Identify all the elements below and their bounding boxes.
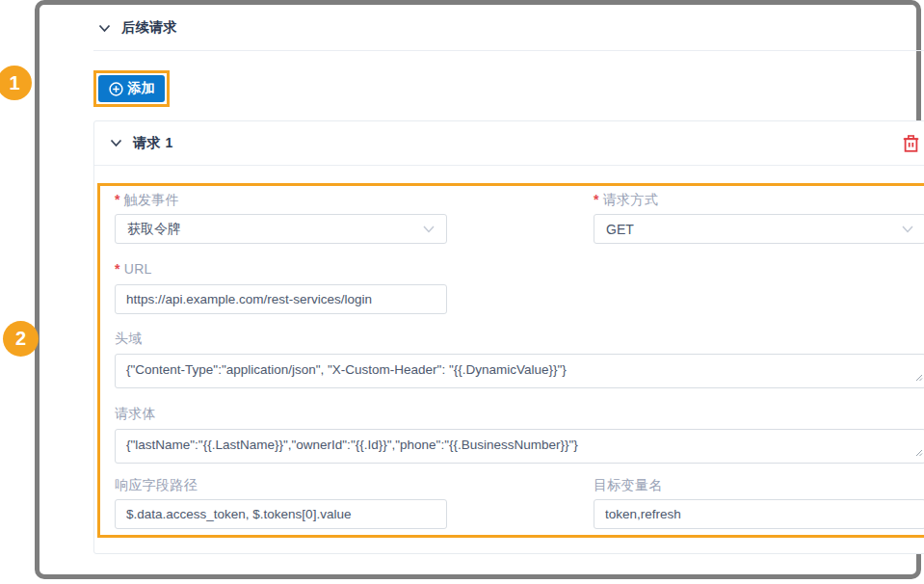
request-body-textarea[interactable]: {"lastName":"{{.LastName}}","ownerId":"{… bbox=[115, 429, 924, 464]
request-card-title: 请求 1 bbox=[133, 135, 173, 152]
request-card-header[interactable]: 请求 1 bbox=[94, 121, 924, 166]
required-marker: * bbox=[594, 192, 599, 209]
request-method-label: * 请求方式 bbox=[594, 192, 658, 209]
add-request-button[interactable]: 添加 bbox=[98, 75, 165, 102]
section-divider bbox=[93, 50, 924, 51]
target-variable-input[interactable] bbox=[594, 499, 924, 529]
chevron-down-icon bbox=[110, 139, 122, 147]
target-variable-label: 目标变量名 bbox=[594, 477, 663, 494]
request-method-value: GET bbox=[606, 222, 634, 237]
response-path-input[interactable] bbox=[115, 499, 447, 529]
request-method-select[interactable]: GET bbox=[594, 214, 924, 244]
url-input[interactable] bbox=[115, 284, 447, 314]
trash-icon bbox=[903, 135, 919, 152]
chevron-down-icon bbox=[902, 226, 913, 233]
headers-label: 头域 bbox=[115, 331, 143, 348]
trigger-event-select[interactable]: 获取令牌 bbox=[115, 214, 447, 244]
annotation-badge-2: 2 bbox=[3, 321, 39, 357]
required-marker: * bbox=[115, 261, 120, 277]
response-path-label: 响应字段路径 bbox=[115, 477, 198, 494]
trigger-event-label: * 触发事件 bbox=[115, 192, 179, 209]
followup-requests-section-header[interactable]: 后续请求 bbox=[98, 19, 177, 37]
url-label: * URL bbox=[115, 261, 152, 277]
add-button-label: 添加 bbox=[128, 80, 155, 97]
request-card: 请求 1 bbox=[93, 120, 924, 554]
request-body-field-wrap: {"lastName":"{{.LastName}}","ownerId":"{… bbox=[115, 429, 924, 464]
chevron-down-icon bbox=[98, 24, 111, 33]
annotation-box-add: 添加 bbox=[93, 70, 170, 107]
section-title: 后续请求 bbox=[121, 19, 177, 37]
required-marker: * bbox=[115, 192, 120, 209]
trigger-event-value: 获取令牌 bbox=[127, 221, 181, 238]
annotation-badge-1: 1 bbox=[0, 66, 32, 100]
plus-circle-icon bbox=[109, 82, 123, 96]
headers-textarea[interactable]: {"Content-Type":"application/json", "X-C… bbox=[115, 354, 924, 388]
settings-panel: 后续请求 添加 请求 1 bbox=[35, 0, 921, 579]
delete-request-button[interactable] bbox=[901, 134, 920, 153]
screenshot-root: 后续请求 添加 请求 1 bbox=[0, 0, 924, 584]
chevron-down-icon bbox=[423, 226, 435, 233]
headers-field-wrap: {"Content-Type":"application/json", "X-C… bbox=[115, 354, 924, 388]
request-body-label: 请求体 bbox=[115, 406, 156, 423]
